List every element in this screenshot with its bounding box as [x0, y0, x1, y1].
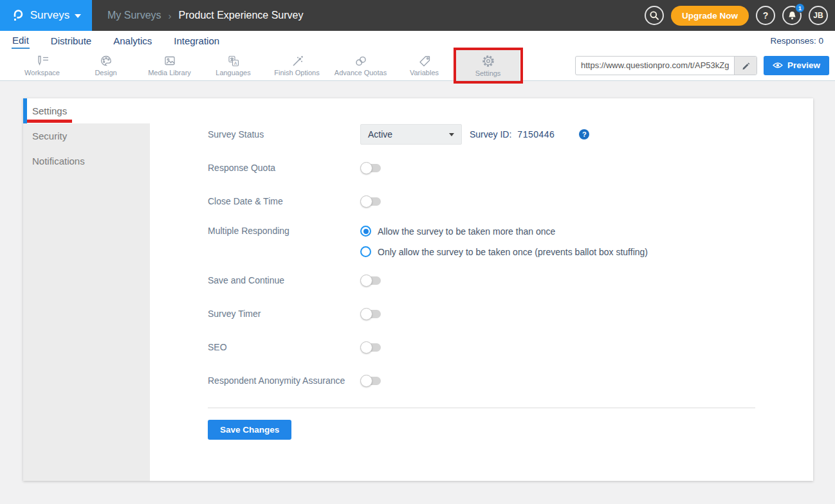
survey-status-value: Active [368, 129, 392, 140]
survey-id-value: 7150446 [517, 129, 555, 140]
top-bar: Surveys My Surveys › Product Experience … [0, 0, 835, 31]
search-button[interactable] [645, 6, 664, 25]
tab-distribute[interactable]: Distribute [50, 33, 92, 48]
languages-icon: A [226, 55, 241, 68]
toolbar-item-advance-quotas[interactable]: Advance Quotas [329, 50, 392, 80]
breadcrumb-survey-title: Product Experience Survey [179, 10, 304, 21]
save-and-continue-label: Save and Continue [208, 275, 360, 285]
notification-count-badge: 1 [795, 3, 805, 13]
settings-card: Settings Security Notifications Survey S… [23, 98, 813, 481]
settings-gear-icon [481, 54, 495, 68]
survey-status-label: Survey Status [208, 129, 360, 140]
survey-url-input[interactable] [576, 60, 734, 70]
help-question-icon: ? [763, 10, 769, 21]
toolbar-item-label: Variables [410, 69, 439, 76]
response-quota-label: Response Quota [208, 163, 360, 173]
settings-form: Survey Status Active Survey ID: 7150446 … [150, 98, 813, 481]
seo-label: SEO [208, 342, 360, 352]
survey-id: Survey ID: 7150446 [470, 129, 555, 140]
toggle-knob [360, 341, 372, 354]
questionpro-logo-icon [11, 8, 25, 22]
form-divider [208, 408, 755, 408]
toolbar-item-label: Advance Quotas [335, 69, 387, 76]
toolbar-item-label: Media Library [148, 69, 191, 76]
breadcrumb-separator-icon: › [169, 10, 172, 21]
product-switcher[interactable]: Surveys [0, 0, 92, 31]
breadcrumb: My Surveys › Product Experience Survey [107, 10, 303, 21]
preview-label: Preview [787, 60, 820, 70]
survey-timer-toggle[interactable] [362, 310, 381, 318]
breadcrumb-my-surveys[interactable]: My Surveys [107, 10, 161, 21]
respondent-anonymity-label: Respondent Anonymity Assurance [208, 375, 360, 386]
toolbar-item-label: Finish Options [274, 69, 319, 76]
tab-integration[interactable]: Integration [173, 33, 220, 48]
user-avatar[interactable]: JB [809, 6, 828, 25]
help-button[interactable]: ? [756, 6, 775, 25]
sidebar-item-notifications[interactable]: Notifications [23, 148, 150, 174]
eye-icon [773, 62, 783, 69]
radio-option-only-once[interactable]: Only allow the survey to be taken once (… [360, 246, 648, 257]
toolbar-item-languages[interactable]: A Languages [201, 50, 265, 80]
topbar-actions: Upgrade Now ? 1 JB [645, 6, 835, 26]
save-changes-button[interactable]: Save Changes [208, 420, 291, 440]
notifications-wrap: 1 [782, 6, 802, 25]
toggle-knob [360, 195, 372, 208]
advance-quotas-icon [354, 55, 368, 68]
seo-toggle[interactable] [362, 343, 381, 352]
design-icon [99, 55, 113, 68]
toggle-knob [360, 162, 372, 174]
sidebar-item-security[interactable]: Security [23, 123, 150, 148]
multiple-responding-label: Multiple Responding [208, 226, 360, 236]
bell-icon [787, 10, 798, 21]
toolbar-right: Preview [575, 50, 835, 80]
preview-button[interactable]: Preview [764, 56, 829, 75]
upgrade-now-button[interactable]: Upgrade Now [671, 6, 749, 26]
survey-id-label: Survey ID: [470, 129, 511, 140]
media-library-icon [163, 55, 177, 68]
multiple-responding-row: Multiple Responding Allow the survey to … [208, 218, 755, 264]
response-quota-row: Response Quota [208, 151, 755, 184]
avatar-initials: JB [813, 11, 823, 20]
main-area: Settings Security Notifications Survey S… [0, 81, 835, 481]
variables-icon [418, 55, 432, 68]
toolbar-item-variables[interactable]: Variables [392, 50, 456, 80]
toolbar-item-media-library[interactable]: Media Library [138, 50, 201, 80]
seo-row: SEO [208, 330, 755, 364]
edit-toolbar: Workspace Design Media Library [0, 50, 835, 81]
survey-url-box [575, 56, 757, 75]
tab-edit[interactable]: Edit [12, 33, 30, 49]
sidebar-item-label: Security [32, 130, 67, 141]
radio-unselected-icon[interactable] [360, 246, 371, 257]
toolbar-item-finish-options[interactable]: Finish Options [265, 50, 329, 80]
sidebar-item-settings[interactable]: Settings [23, 98, 150, 123]
toolbar-item-label: Design [95, 69, 116, 76]
close-date-time-toggle[interactable] [362, 197, 381, 206]
radio-option-label: Allow the survey to be taken more than o… [378, 226, 555, 237]
radio-option-label: Only allow the survey to be taken once (… [378, 247, 648, 257]
sidebar-item-label: Notifications [32, 156, 85, 166]
radio-selected-icon[interactable] [360, 226, 371, 237]
radio-option-allow-multiple[interactable]: Allow the survey to be taken more than o… [360, 226, 648, 237]
sidebar-item-label: Settings [32, 105, 67, 116]
app-screen: Surveys My Surveys › Product Experience … [0, 0, 835, 504]
save-and-continue-toggle[interactable] [362, 276, 381, 285]
respondent-anonymity-row: Respondent Anonymity Assurance [208, 364, 755, 397]
toggle-knob [360, 375, 372, 387]
toolbar-item-settings[interactable]: Settings [456, 50, 520, 80]
respondent-anonymity-toggle[interactable] [362, 377, 381, 385]
chevron-down-icon [449, 133, 454, 136]
toggle-knob [360, 308, 372, 320]
survey-timer-label: Survey Timer [208, 309, 360, 319]
survey-id-help-icon[interactable]: ? [579, 129, 589, 140]
toolbar-item-label: Settings [475, 69, 501, 77]
survey-status-row: Survey Status Active Survey ID: 7150446 … [208, 118, 755, 151]
toolbar-item-design[interactable]: Design [74, 50, 138, 80]
edit-url-button[interactable] [734, 56, 757, 75]
toolbar-item-workspace[interactable]: Workspace [10, 50, 74, 80]
survey-timer-row: Survey Timer [208, 297, 755, 330]
toolbar-item-label: Languages [216, 69, 250, 76]
tab-analytics[interactable]: Analytics [113, 33, 152, 48]
survey-status-select[interactable]: Active [360, 124, 462, 145]
chevron-down-icon [75, 14, 81, 18]
response-quota-toggle[interactable] [362, 164, 381, 172]
